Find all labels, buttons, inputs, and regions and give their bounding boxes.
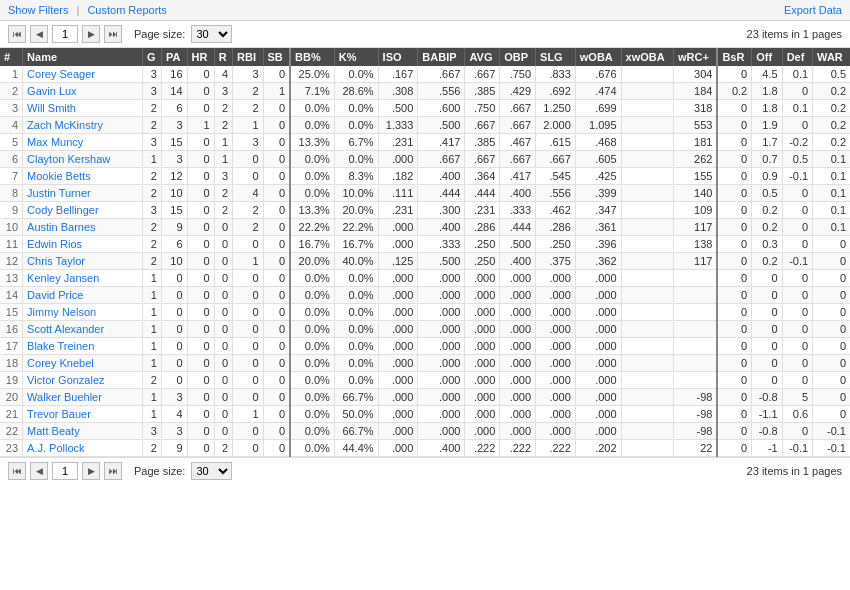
col-header-sb[interactable]: SB <box>263 48 290 66</box>
stat-cell: 0 <box>187 236 214 253</box>
player-name[interactable]: Walker Buehler <box>23 389 143 406</box>
col-header-name[interactable]: Name <box>23 48 143 66</box>
stat-cell: 6 <box>161 236 187 253</box>
stat-cell: .000 <box>536 406 576 423</box>
player-name[interactable]: Chris Taylor <box>23 253 143 270</box>
stat-cell: .182 <box>378 168 418 185</box>
row-number: 13 <box>0 270 23 287</box>
player-name[interactable]: Corey Seager <box>23 66 143 83</box>
next-page-btn-top[interactable]: ▶ <box>82 25 100 43</box>
player-name[interactable]: Austin Barnes <box>23 219 143 236</box>
stat-cell: 7.1% <box>290 83 334 100</box>
show-filters-link[interactable]: Show Filters <box>8 4 69 16</box>
col-header-r[interactable]: R <box>214 48 232 66</box>
stat-cell: 0 <box>813 304 850 321</box>
col-header-k[interactable]: K% <box>334 48 378 66</box>
stat-cell: 0 <box>813 321 850 338</box>
table-row: 6Clayton Kershaw1301000.0%0.0%.000.667.6… <box>0 151 850 168</box>
col-header-bb[interactable]: BB% <box>290 48 334 66</box>
page-size-select-top[interactable]: 30 50 100 <box>191 25 232 43</box>
row-number: 20 <box>0 389 23 406</box>
last-page-btn-top[interactable]: ⏭ <box>104 25 122 43</box>
stat-cell: -0.1 <box>813 440 850 457</box>
row-number: 21 <box>0 406 23 423</box>
stat-cell: 0 <box>717 202 751 219</box>
first-page-btn-bottom[interactable]: ⏮ <box>8 462 26 480</box>
player-name[interactable]: Matt Beaty <box>23 423 143 440</box>
player-name[interactable]: Jimmy Nelson <box>23 304 143 321</box>
player-name[interactable]: Kenley Jansen <box>23 270 143 287</box>
stat-cell: 40.0% <box>334 253 378 270</box>
col-header-woba[interactable]: wOBA <box>575 48 621 66</box>
col-header-babip[interactable]: BABIP <box>418 48 465 66</box>
stat-cell: 0 <box>717 185 751 202</box>
next-page-btn-bottom[interactable]: ▶ <box>82 462 100 480</box>
col-header-rbi[interactable]: RBI <box>233 48 263 66</box>
stat-cell: .000 <box>418 338 465 355</box>
player-name[interactable]: Gavin Lux <box>23 83 143 100</box>
col-header-g[interactable]: G <box>142 48 161 66</box>
player-name[interactable]: Zach McKinstry <box>23 117 143 134</box>
first-page-btn-top[interactable]: ⏮ <box>8 25 26 43</box>
col-header-hr[interactable]: HR <box>187 48 214 66</box>
player-name[interactable]: Scott Alexander <box>23 321 143 338</box>
col-header-obp[interactable]: OBP <box>500 48 536 66</box>
player-name[interactable]: Edwin Rios <box>23 236 143 253</box>
page-input-top[interactable] <box>52 25 78 43</box>
stat-cell: 0 <box>263 423 290 440</box>
stat-cell: .400 <box>500 253 536 270</box>
player-name[interactable]: Corey Knebel <box>23 355 143 372</box>
player-name[interactable]: Cody Bellinger <box>23 202 143 219</box>
page-input-bottom[interactable] <box>52 462 78 480</box>
row-number: 7 <box>0 168 23 185</box>
stat-cell: 0.0% <box>290 423 334 440</box>
stat-cell: 138 <box>673 236 717 253</box>
player-name[interactable]: Mookie Betts <box>23 168 143 185</box>
stat-cell: 14 <box>161 83 187 100</box>
col-header-war[interactable]: WAR <box>813 48 850 66</box>
col-header-off[interactable]: Off <box>752 48 782 66</box>
player-name[interactable]: Max Muncy <box>23 134 143 151</box>
stat-cell: 16 <box>161 66 187 83</box>
player-name[interactable]: Clayton Kershaw <box>23 151 143 168</box>
stat-cell: .000 <box>575 389 621 406</box>
prev-page-btn-top[interactable]: ◀ <box>30 25 48 43</box>
player-name[interactable]: Blake Treinen <box>23 338 143 355</box>
stat-cell: .000 <box>465 372 500 389</box>
export-data-link[interactable]: Export Data <box>784 4 842 16</box>
stat-cell: 0 <box>187 134 214 151</box>
stat-cell: 0 <box>187 338 214 355</box>
player-name[interactable]: Trevor Bauer <box>23 406 143 423</box>
col-header-num[interactable]: # <box>0 48 23 66</box>
stat-cell: 0.0% <box>290 440 334 457</box>
col-header-def[interactable]: Def <box>782 48 812 66</box>
custom-reports-link[interactable]: Custom Reports <box>87 4 166 16</box>
player-name[interactable]: Will Smith <box>23 100 143 117</box>
col-header-iso[interactable]: ISO <box>378 48 418 66</box>
col-header-slg[interactable]: SLG <box>536 48 576 66</box>
stat-cell: 0 <box>161 304 187 321</box>
col-header-wrc[interactable]: wRC+ <box>673 48 717 66</box>
stat-cell: .286 <box>536 219 576 236</box>
page-size-select-bottom[interactable]: 30 50 100 <box>191 462 232 480</box>
stat-cell: 1.333 <box>378 117 418 134</box>
stat-cell: 0 <box>233 389 263 406</box>
prev-page-btn-bottom[interactable]: ◀ <box>30 462 48 480</box>
stat-cell: 0 <box>717 117 751 134</box>
stat-cell: 0 <box>782 338 812 355</box>
col-header-avg[interactable]: AVG <box>465 48 500 66</box>
player-name[interactable]: Victor Gonzalez <box>23 372 143 389</box>
player-name[interactable]: A.J. Pollock <box>23 440 143 457</box>
col-header-bsr[interactable]: BsR <box>717 48 751 66</box>
last-page-btn-bottom[interactable]: ⏭ <box>104 462 122 480</box>
player-name[interactable]: David Price <box>23 287 143 304</box>
stat-cell: 0.2 <box>752 202 782 219</box>
stat-cell: 0.2 <box>752 219 782 236</box>
items-info-top: 23 items in 1 pages <box>747 28 842 40</box>
stat-cell: 117 <box>673 219 717 236</box>
col-header-pa[interactable]: PA <box>161 48 187 66</box>
col-header-xwoba[interactable]: xwOBA <box>621 48 673 66</box>
stat-cell: .000 <box>500 355 536 372</box>
stat-cell: 0.0% <box>290 355 334 372</box>
player-name[interactable]: Justin Turner <box>23 185 143 202</box>
